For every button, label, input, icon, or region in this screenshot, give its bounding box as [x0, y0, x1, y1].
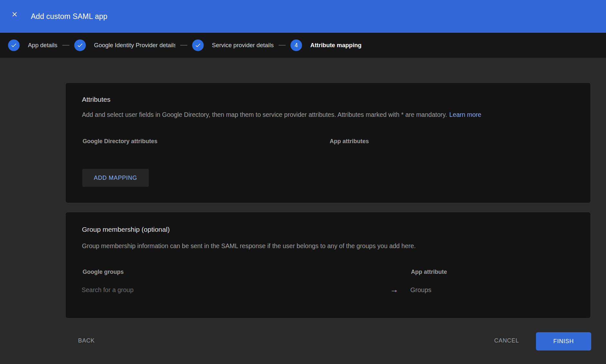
step-connector: [180, 45, 187, 46]
stepper: App details Google Identity Provider det…: [0, 33, 606, 58]
attributes-description-text: Add and select user fields in Google Dir…: [82, 111, 447, 118]
dialog-title: Add custom SAML app: [31, 0, 107, 33]
step-4-number-circle: 4: [290, 39, 302, 51]
attributes-card-title: Attributes: [82, 96, 111, 103]
step-3-label: Service provider details: [212, 42, 274, 49]
step-attribute-mapping: 4 Attribute mapping: [290, 39, 361, 51]
step-1-completed-circle: [8, 39, 20, 51]
group-search-input[interactable]: [82, 284, 287, 296]
step-3-completed-circle: [192, 39, 204, 51]
group-membership-card-description: Group membership information can be sent…: [82, 242, 416, 250]
dialog-header: Add custom SAML app: [0, 0, 606, 33]
app-attributes-header: App attributes: [330, 138, 369, 145]
cancel-button[interactable]: CANCEL: [494, 336, 519, 345]
step-app-details: App details: [8, 39, 58, 51]
app-attribute-header: App attribute: [411, 269, 447, 275]
close-button[interactable]: [10, 10, 19, 19]
step-4-label: Attribute mapping: [310, 42, 361, 49]
step-4-number: 4: [295, 42, 298, 49]
google-directory-attributes-header: Google Directory attributes: [83, 138, 157, 145]
step-2-label: Google Identity Provider details: [94, 42, 175, 49]
mapping-arrow-icon: →: [387, 284, 401, 295]
close-icon: [11, 11, 18, 18]
group-membership-card: Group membership (optional) Group member…: [65, 212, 591, 318]
check-icon: [77, 42, 83, 48]
attributes-card-description: Add and select user fields in Google Dir…: [82, 111, 481, 118]
step-google-idp-details: Google Identity Provider details: [74, 39, 175, 51]
learn-more-link[interactable]: Learn more: [449, 111, 481, 118]
step-1-label: App details: [28, 42, 58, 49]
step-connector: [62, 45, 69, 46]
finish-button[interactable]: FINISH: [536, 332, 591, 351]
step-2-completed-circle: [74, 39, 86, 51]
add-mapping-button[interactable]: ADD MAPPING: [82, 169, 149, 187]
group-membership-card-title: Group membership (optional): [82, 226, 170, 233]
add-custom-saml-app-dialog: Add custom SAML app App details Google I…: [0, 0, 606, 364]
check-icon: [195, 42, 201, 48]
step-service-provider-details: Service provider details: [192, 39, 274, 51]
google-groups-header: Google groups: [83, 269, 124, 275]
attributes-card: Attributes Add and select user fields in…: [65, 82, 591, 203]
back-button[interactable]: BACK: [78, 336, 95, 345]
app-attribute-input[interactable]: [410, 284, 507, 296]
step-connector: [279, 45, 286, 46]
check-icon: [11, 42, 17, 48]
